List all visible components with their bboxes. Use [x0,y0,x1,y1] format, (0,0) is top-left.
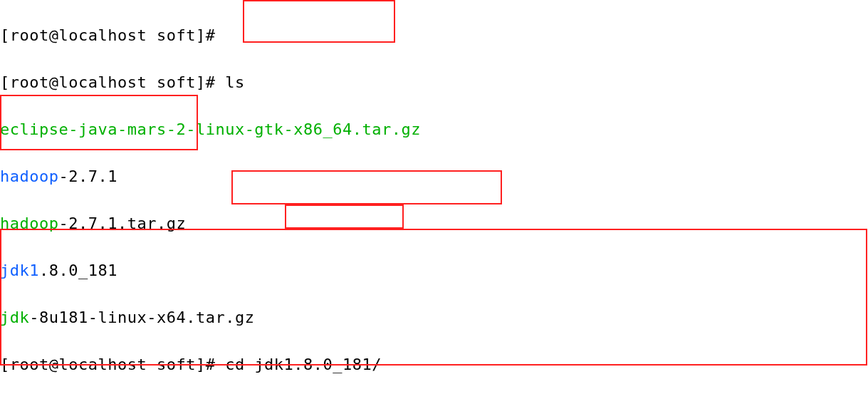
file-jdk-tar-mid: -8u181-linux-x64 [29,309,186,326]
file-hadoop-tar-pre: hadoop [0,214,58,232]
dir-hadoop-suf: -2.7.1 [58,167,117,185]
prompt[interactable]: [root@localhost soft]# [0,26,225,44]
command-cd: cd jdk1.8.0_181/ [225,356,382,373]
file-eclipse: eclipse-java-mars-2-linux-gtk-x86_64.tar… [0,120,421,138]
prompt[interactable]: [root@localhost soft]# [0,356,225,373]
dir-jdk-pre: jdk1 [0,261,39,279]
dir-jdk-suf: .8.0_181 [39,261,117,279]
dir-hadoop-pre: hadoop [0,167,58,185]
prompt[interactable]: [root@localhost soft]# [0,73,225,91]
command-ls: ls [225,73,245,91]
file-jdk-tar-pre: jdk [0,309,29,326]
file-hadoop-tar-suf: -2.7.1.tar.gz [58,214,186,232]
terminal-output: [root@localhost soft]# [root@localhost s… [0,0,868,399]
file-jdk-tar-ext: .tar.gz [186,309,254,326]
